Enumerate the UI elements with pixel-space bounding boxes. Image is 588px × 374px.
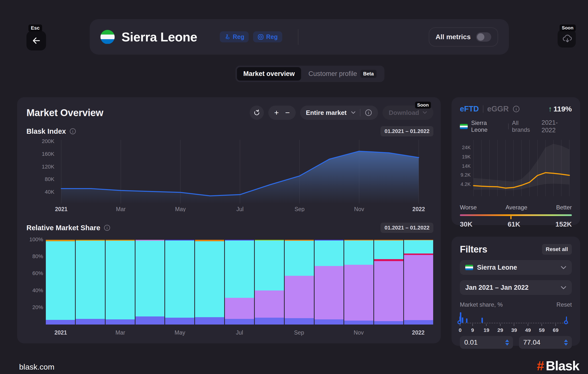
increase-arrow-icon: ↑	[548, 105, 552, 113]
reset-slider-button[interactable]: Reset	[556, 301, 572, 308]
slider-tick-mark	[541, 324, 542, 326]
date-range-dropdown[interactable]: Jan 2021 – Jan 2022	[460, 280, 572, 295]
histogram-bar	[466, 318, 467, 323]
market-share-slider: 09192939495969	[460, 309, 572, 333]
download-soon-badge: Soon	[415, 102, 431, 109]
segment-brand-blue	[195, 317, 224, 325]
header-divider	[298, 29, 298, 45]
share-bar-aug-2021[interactable]	[255, 240, 284, 325]
benchmark-marker	[510, 216, 512, 219]
blask-hash-icon: #	[537, 358, 544, 373]
share-x-tick: 2021	[54, 329, 67, 336]
min-value-field	[460, 336, 513, 349]
eggr-metric-toggle[interactable]: eGGR	[487, 105, 509, 113]
segment-brand-cyan	[76, 241, 105, 319]
zoom-out-button[interactable]: −	[285, 109, 290, 117]
tab-customer-profile-label: Customer profile	[308, 70, 357, 78]
slider-track[interactable]	[460, 323, 568, 323]
scale-average: Average	[505, 204, 527, 211]
svg-text:200K: 200K	[42, 138, 55, 144]
scale-min-value: 30K	[460, 220, 472, 228]
segment-brand-cyan	[344, 241, 373, 265]
segment-brand-cyan	[374, 241, 403, 259]
country-header: Sierra Leone $ Reg Reg All metrics	[90, 19, 509, 55]
share-bar-feb-2021[interactable]	[76, 240, 105, 325]
back-button[interactable]	[26, 31, 46, 50]
share-bar-jul-2021[interactable]	[225, 240, 254, 325]
regulation-badges: $ Reg Reg	[220, 31, 282, 42]
country-dropdown[interactable]: Sierra Leone	[460, 260, 572, 275]
slider-handle-max[interactable]	[564, 316, 569, 326]
export-soon-badge: Soon	[560, 24, 576, 31]
segment-brand-cyan	[225, 241, 254, 298]
svg-text:2021: 2021	[55, 206, 67, 212]
max-value-field	[519, 336, 572, 349]
stepper-down-icon	[564, 343, 568, 346]
blask-index-area-chart[interactable]: 200K160K120K80K40K2021MarMayJulSepNov202…	[27, 138, 434, 212]
info-icon[interactable]: i	[104, 224, 110, 231]
tab-customer-profile[interactable]: Customer profile Beta	[302, 67, 383, 81]
share-bar-jan-2021[interactable]	[46, 240, 75, 325]
slider-tick-label: 69	[553, 327, 558, 333]
market-share-filter-label: Market share, %	[460, 301, 503, 308]
info-icon[interactable]: i	[69, 128, 76, 135]
share-bar-sep-2021[interactable]	[285, 240, 314, 325]
cloud-download-button[interactable]	[558, 29, 576, 48]
pill-divider	[360, 109, 360, 116]
reset-all-button[interactable]: Reset all	[542, 244, 572, 255]
market-selector[interactable]: Entire market i	[300, 106, 378, 120]
slider-handle-min[interactable]	[457, 316, 463, 326]
zoom-in-button[interactable]: +	[274, 109, 279, 117]
share-y-tick: 60%	[32, 270, 43, 277]
share-bar-jan-2022[interactable]	[404, 240, 433, 325]
download-button[interactable]: Download Soon	[382, 106, 433, 120]
share-bar-jun-2021[interactable]	[195, 240, 224, 325]
reg-badge-financial[interactable]: $ Reg	[220, 31, 249, 42]
min-value-stepper[interactable]	[505, 339, 509, 346]
eftd-metric-toggle[interactable]: eFTD	[460, 105, 479, 113]
blask-logo: # Blask	[537, 358, 579, 373]
benchmark-panel: eFTD eGGR i ↑ 119% Sierra Leone All bran…	[452, 97, 580, 225]
slider-tick-mark	[555, 324, 556, 326]
country-dropdown-value: Sierra Leone	[477, 264, 517, 271]
reg-badge-target[interactable]: Reg	[253, 31, 282, 42]
slider-tick-mark	[514, 324, 514, 326]
market-share-chart[interactable]: 100%80%60%40%20% 2021MarMayJulSepNov2022	[26, 236, 433, 339]
all-metrics-toggle[interactable]	[476, 32, 491, 42]
segment-brand-cyan	[315, 241, 344, 266]
slider-tick-label: 29	[497, 327, 503, 333]
segment-brand-cyan	[285, 241, 314, 276]
max-value-input[interactable]	[523, 338, 555, 347]
refresh-button[interactable]	[250, 106, 264, 120]
scale-better: Better	[556, 204, 572, 211]
share-bar-may-2021[interactable]	[165, 240, 194, 325]
svg-text:May: May	[175, 206, 186, 212]
info-icon[interactable]: i	[365, 109, 372, 116]
svg-text:$: $	[228, 37, 229, 39]
segment-brand-violet	[344, 265, 373, 321]
slider-tick-label: 9	[471, 327, 474, 333]
page-title: Sierra Leone	[122, 30, 197, 44]
info-icon[interactable]: i	[513, 105, 520, 113]
segment-brand-cyan	[106, 241, 135, 319]
tab-market-overview-label: Market overview	[243, 70, 295, 78]
slider-tick-mark	[500, 324, 501, 326]
tab-market-overview[interactable]: Market overview	[237, 67, 301, 81]
segment-brand-cyan	[46, 241, 75, 320]
share-bar-dec-2021[interactable]	[374, 240, 403, 325]
eftd-benchmark-chart[interactable]: 24K19K14K9.2K4.2K	[460, 137, 572, 202]
share-bar-mar-2021[interactable]	[106, 240, 135, 325]
toggle-knob	[477, 33, 484, 41]
segment-brand-blue	[374, 321, 403, 324]
svg-text:i: i	[516, 107, 517, 111]
sierra-leone-flag-icon	[465, 265, 473, 270]
segment-brand-crimson	[374, 259, 403, 261]
slider-tick-label: 39	[511, 327, 517, 333]
min-value-input[interactable]	[464, 338, 496, 347]
share-bar-oct-2021[interactable]	[315, 240, 344, 325]
share-bar-apr-2021[interactable]	[135, 240, 165, 325]
share-bar-nov-2021[interactable]	[344, 240, 373, 325]
max-value-stepper[interactable]	[564, 339, 568, 346]
segment-brand-blue	[135, 316, 165, 325]
cloud-download-icon	[561, 33, 572, 44]
